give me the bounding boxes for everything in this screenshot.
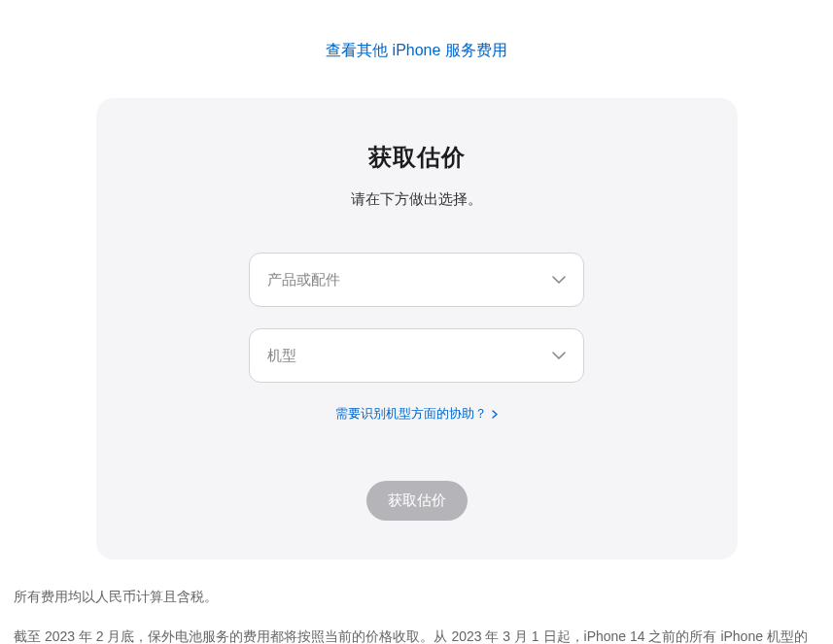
top-link-row: 查看其他 iPhone 服务费用 — [10, 41, 823, 61]
model-select[interactable]: 机型 — [249, 328, 584, 383]
product-select-placeholder: 产品或配件 — [267, 271, 340, 289]
help-link-label: 需要识别机型方面的协助？ — [335, 405, 487, 423]
footer-line-2: 截至 2023 年 2 月底，保外电池服务的费用都将按照当前的价格收取。从 20… — [14, 624, 819, 644]
model-select-row: 机型 — [249, 328, 584, 383]
footer-line-2-prefix: 截至 2023 年 2 月底，保外电池服务的费用都将按照当前的价格收取。从 20… — [14, 628, 808, 644]
chevron-down-icon — [552, 276, 566, 284]
footer-line-1: 所有费用均以人民币计算且含税。 — [14, 584, 819, 610]
product-select-row: 产品或配件 — [249, 253, 584, 307]
chevron-down-icon — [552, 352, 566, 359]
model-select-placeholder: 机型 — [267, 347, 296, 365]
help-link-row: 需要识别机型方面的协助？ — [135, 404, 699, 423]
chevron-right-icon — [492, 410, 498, 419]
card-title: 获取估价 — [135, 142, 699, 173]
identify-model-help-link[interactable]: 需要识别机型方面的协助？ — [335, 405, 498, 423]
get-estimate-button[interactable]: 获取估价 — [366, 481, 468, 521]
card-subtitle: 请在下方做出选择。 — [135, 190, 699, 209]
product-select[interactable]: 产品或配件 — [249, 253, 584, 307]
other-services-link[interactable]: 查看其他 iPhone 服务费用 — [326, 42, 507, 58]
estimate-card: 获取估价 请在下方做出选择。 产品或配件 机型 需要识别机型方面的协助？ — [96, 98, 738, 559]
footer-text: 所有费用均以人民币计算且含税。 截至 2023 年 2 月底，保外电池服务的费用… — [10, 584, 823, 644]
